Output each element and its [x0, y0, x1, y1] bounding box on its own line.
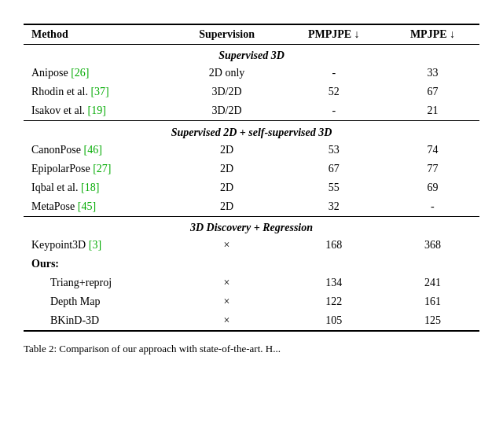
supervision-cell: 3D/2D	[172, 83, 282, 101]
table-caption: Table 2: Comparison of our approach with…	[24, 341, 479, 357]
method-cell: Ours:	[24, 255, 172, 274]
table-row: Triang+reproj × 134 241	[24, 274, 479, 292]
table-row: Isakov et al. [19] 3D/2D - 21	[24, 101, 479, 121]
method-cell: Keypoint3D [3]	[24, 236, 172, 255]
pmpjpe-cell: -	[282, 101, 386, 121]
section-header: Supervised 2D + self-supervised 3D	[24, 122, 479, 141]
mpjpe-cell: 368	[386, 236, 479, 255]
pmpjpe-cell: 32	[282, 197, 386, 217]
col-mpjpe: MPJPE ↓	[386, 24, 479, 45]
method-cell: MetaPose [45]	[24, 197, 172, 217]
supervision-cell: 2D	[172, 178, 282, 197]
mpjpe-cell: 74	[386, 141, 479, 160]
mpjpe-cell: 241	[386, 274, 479, 292]
table-row: EpipolarPose [27] 2D 67 77	[24, 160, 479, 178]
supervision-cell: ×	[172, 292, 282, 311]
mpjpe-cell: 21	[386, 101, 479, 121]
comparison-table: Method Supervision PMPJPE ↓ MPJPE ↓ Supe…	[24, 24, 479, 332]
supervision-cell: ×	[172, 236, 282, 255]
pmpjpe-cell: 52	[282, 83, 386, 101]
method-cell: Anipose [26]	[24, 64, 172, 83]
section-header: Supervised 3D	[24, 45, 479, 64]
col-supervision: Supervision	[172, 24, 282, 45]
method-cell: Rhodin et al. [37]	[24, 83, 172, 101]
mpjpe-cell: 69	[386, 178, 479, 197]
table-row: Anipose [26] 2D only - 33	[24, 64, 479, 83]
mpjpe-cell: -	[386, 197, 479, 217]
supervision-cell: 2D	[172, 141, 282, 160]
mpjpe-cell	[386, 255, 479, 274]
method-cell: Depth Map	[24, 292, 172, 311]
table-row: MetaPose [45] 2D 32 -	[24, 197, 479, 217]
supervision-cell: ×	[172, 274, 282, 292]
table-row: Iqbal et al. [18] 2D 55 69	[24, 178, 479, 197]
supervision-cell: 3D/2D	[172, 101, 282, 121]
method-cell: BKinD-3D	[24, 311, 172, 331]
mpjpe-cell: 125	[386, 311, 479, 331]
mpjpe-cell: 77	[386, 160, 479, 178]
table-row: CanonPose [46] 2D 53 74	[24, 141, 479, 160]
table-header: Method Supervision PMPJPE ↓ MPJPE ↓	[24, 24, 479, 45]
pmpjpe-cell: 168	[282, 236, 386, 255]
method-cell: Triang+reproj	[24, 274, 172, 292]
method-cell: Iqbal et al. [18]	[24, 178, 172, 197]
col-pmpjpe: PMPJPE ↓	[282, 24, 386, 45]
table-row: BKinD-3D × 105 125	[24, 311, 479, 331]
table-row: Rhodin et al. [37] 3D/2D 52 67	[24, 83, 479, 101]
method-cell: Isakov et al. [19]	[24, 101, 172, 121]
supervision-cell: 2D	[172, 160, 282, 178]
section-header: 3D Discovery + Regression	[24, 217, 479, 236]
method-cell: CanonPose [46]	[24, 141, 172, 160]
mpjpe-cell: 33	[386, 64, 479, 83]
pmpjpe-cell: 105	[282, 311, 386, 331]
pmpjpe-cell: 134	[282, 274, 386, 292]
mpjpe-cell: 161	[386, 292, 479, 311]
pmpjpe-cell: 55	[282, 178, 386, 197]
table-row: Keypoint3D [3] × 168 368	[24, 236, 479, 255]
supervision-cell	[172, 255, 282, 274]
method-cell: EpipolarPose [27]	[24, 160, 172, 178]
pmpjpe-cell: 53	[282, 141, 386, 160]
mpjpe-cell: 67	[386, 83, 479, 101]
pmpjpe-cell: -	[282, 64, 386, 83]
pmpjpe-cell	[282, 255, 386, 274]
supervision-cell: 2D only	[172, 64, 282, 83]
supervision-cell: ×	[172, 311, 282, 331]
table-row: Ours:	[24, 255, 479, 274]
table-row: Depth Map × 122 161	[24, 292, 479, 311]
supervision-cell: 2D	[172, 197, 282, 217]
pmpjpe-cell: 122	[282, 292, 386, 311]
pmpjpe-cell: 67	[282, 160, 386, 178]
col-method: Method	[24, 24, 172, 45]
